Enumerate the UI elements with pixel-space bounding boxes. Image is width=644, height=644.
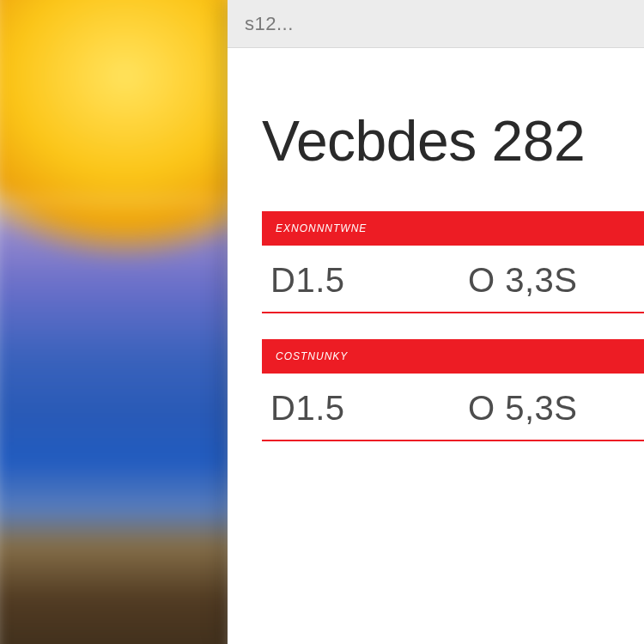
row-right-value: O 5,3S (468, 389, 578, 428)
panel-content: Vecbdes 282 eXnonnntwne D1.5 O 3,3S COST… (228, 48, 644, 441)
window-title-text: s12... (245, 13, 294, 35)
window-titlebar: s12... (228, 0, 644, 48)
wallpaper-scenic (0, 0, 237, 644)
app-panel: s12... Vecbdes 282 eXnonnntwne D1.5 O 3,… (228, 0, 644, 644)
row-right-value: O 3,3S (468, 261, 578, 300)
section-header-label: COSTNUNKY (276, 350, 348, 362)
section-2: COSTNUNKY D1.5 O 5,3S (262, 339, 644, 441)
row-left-value: D1.5 (270, 389, 365, 428)
section-header-label: eXnonnntwne (276, 222, 367, 234)
page-title: Vecbdes 282 (262, 108, 644, 173)
data-row: D1.5 O 5,3S (262, 374, 644, 441)
section-header-bar: eXnonnntwne (262, 211, 644, 246)
data-row: D1.5 O 3,3S (262, 246, 644, 313)
row-left-value: D1.5 (270, 261, 365, 300)
section-header-bar: COSTNUNKY (262, 339, 644, 374)
section-1: eXnonnntwne D1.5 O 3,3S (262, 211, 644, 313)
